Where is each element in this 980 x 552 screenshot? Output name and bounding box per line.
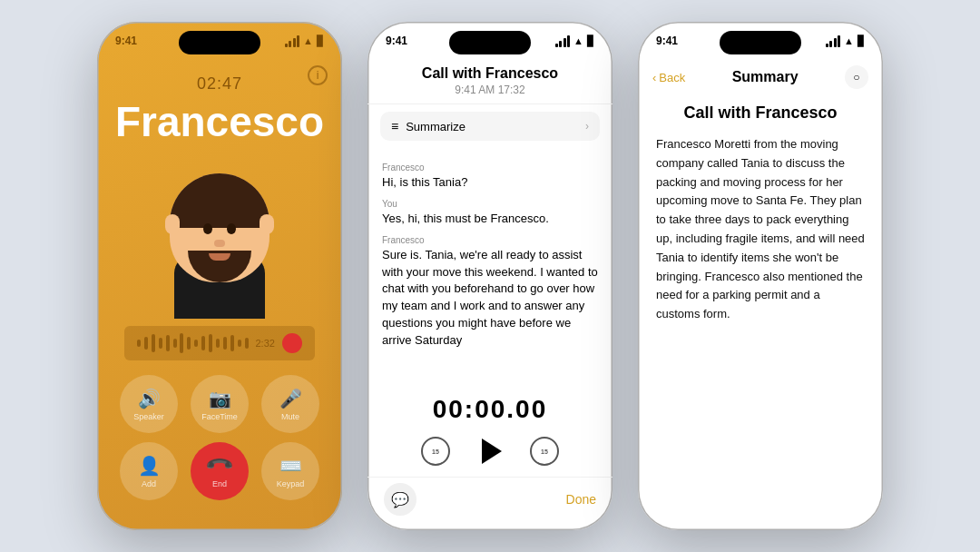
- summarize-label: Summarize: [406, 120, 466, 133]
- keypad-button[interactable]: ⌨️ Keypad: [261, 442, 319, 500]
- summary-nav-title: Summary: [732, 69, 799, 85]
- mute-label: Mute: [281, 412, 299, 421]
- record-dot: [282, 333, 302, 353]
- rewind-button[interactable]: 15: [421, 437, 450, 466]
- speaker-label: Speaker: [133, 412, 164, 421]
- audio-player: 00:00.00 15 15: [368, 384, 612, 477]
- rec-time: 2:32: [256, 338, 275, 349]
- status-time-3: 9:41: [656, 34, 678, 47]
- play-icon: [482, 439, 502, 464]
- signal-icon-3: [826, 35, 841, 47]
- summary-options-button[interactable]: ○: [845, 65, 868, 89]
- audio-controls: 15 15: [421, 433, 559, 469]
- summarize-left: ≡ Summarize: [391, 119, 466, 133]
- phone2-bottom-bar: 💬 Done: [368, 477, 612, 530]
- info-button[interactable]: i: [308, 65, 328, 85]
- wifi-icon-3: ▲: [844, 35, 854, 46]
- summary-content: Call with Francesco Francesco Moretti fr…: [638, 96, 883, 339]
- add-icon: 👤: [138, 455, 161, 477]
- signal-icon-2: [555, 35, 571, 47]
- facetime-button[interactable]: 📷 FaceTime: [191, 375, 249, 433]
- status-icons-2: ▲ ▊: [555, 35, 594, 47]
- facetime-icon: 📷: [209, 388, 231, 409]
- memoji: [147, 155, 292, 319]
- play-button[interactable]: [472, 433, 508, 469]
- summary-screen: ‹ Back Summary ○ Call with Francesco Fra…: [638, 22, 883, 530]
- speaker-2: You: [382, 199, 598, 209]
- wifi-icon-2: ▲: [573, 35, 583, 46]
- forward-button[interactable]: 15: [530, 437, 559, 466]
- status-time-2: 9:41: [386, 34, 407, 47]
- transcript-messages: Francesco Hi, is this Tania? You Yes, hi…: [368, 148, 612, 384]
- phone-summary: 9:41 ▲ ▊ ‹ Back Summary ○ Call: [638, 22, 883, 530]
- facetime-label: FaceTime: [201, 412, 238, 421]
- end-call-button[interactable]: 📞 End: [191, 442, 249, 500]
- back-button[interactable]: ‹ Back: [652, 71, 685, 84]
- dynamic-island-3: [720, 31, 801, 54]
- speaker-button[interactable]: 🔊 Speaker: [120, 375, 178, 433]
- mute-button[interactable]: 🎤 Mute: [261, 375, 319, 433]
- speaker-3: Francesco: [382, 235, 598, 245]
- summary-body-text: Francesco Moretti from the moving compan…: [656, 135, 865, 324]
- audio-time: 00:00.00: [433, 395, 548, 424]
- speaker-icon: 🔊: [138, 388, 161, 409]
- speaker-1: Francesco: [382, 163, 598, 172]
- keypad-icon: ⌨️: [279, 455, 302, 477]
- circle-icon: ○: [853, 71, 859, 84]
- message-2: Yes, hi, this must be Francesco.: [382, 211, 598, 228]
- add-button[interactable]: 👤 Add: [120, 442, 178, 500]
- mute-icon: 🎤: [279, 388, 302, 409]
- battery-icon-2: ▊: [587, 35, 594, 47]
- back-chevron-icon: ‹: [652, 71, 656, 84]
- signal-icon: [285, 35, 300, 47]
- end-icon: 📞: [204, 449, 236, 481]
- phone-transcript: 9:41 ▲ ▊ Call with Francesco 9:41 AM 17:…: [368, 22, 612, 530]
- message-3: Sure is. Tania, we're all ready to assis…: [382, 247, 598, 350]
- done-button[interactable]: Done: [566, 492, 596, 507]
- message-1: Hi, is this Tania?: [382, 174, 598, 192]
- keypad-label: Keypad: [277, 479, 305, 488]
- dynamic-island-2: [449, 31, 531, 54]
- dynamic-island: [179, 31, 260, 54]
- forward-label: 15: [541, 448, 548, 455]
- transcript-title: Call with Francesco: [382, 65, 598, 82]
- status-icons-3: ▲ ▊: [826, 35, 865, 47]
- back-label: Back: [659, 71, 685, 84]
- call-buttons-row2: 👤 Add 📞 End ⌨️ Keypad: [120, 442, 319, 500]
- summarize-icon: ≡: [391, 119, 398, 133]
- chat-icon-button[interactable]: 💬: [384, 483, 416, 516]
- add-label: Add: [142, 479, 156, 488]
- status-time-1: 9:41: [115, 34, 137, 47]
- summarize-button[interactable]: ≡ Summarize ›: [380, 112, 600, 141]
- battery-icon: ▊: [317, 35, 324, 47]
- battery-icon-3: ▊: [858, 35, 865, 47]
- transcript-screen: Call with Francesco 9:41 AM 17:32 ≡ Summ…: [368, 22, 612, 530]
- waveform: 2:32: [124, 326, 315, 360]
- phone-active-call: 9:41 ▲ ▊ 02:47 Francesco: [97, 22, 342, 530]
- caller-name: Francesco: [115, 97, 324, 146]
- transcript-subtitle: 9:41 AM 17:32: [382, 84, 598, 96]
- call-buttons-row1: 🔊 Speaker 📷 FaceTime 🎤 Mute: [120, 375, 319, 433]
- chat-icon: 💬: [391, 491, 409, 508]
- call-screen: 02:47 Francesco i: [97, 22, 342, 530]
- status-icons-1: ▲ ▊: [285, 35, 324, 47]
- chevron-right-icon: ›: [585, 120, 589, 133]
- summary-call-title: Call with Francesco: [656, 104, 865, 123]
- rewind-label: 15: [432, 448, 439, 455]
- wifi-icon: ▲: [303, 35, 313, 46]
- call-timer: 02:47: [197, 74, 242, 94]
